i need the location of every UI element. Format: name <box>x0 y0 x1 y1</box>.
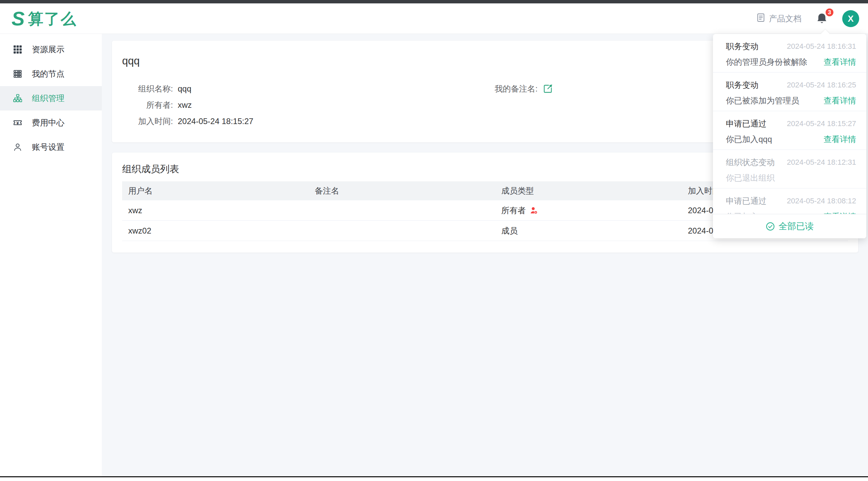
notification-time: 2024-05-24 18:16:25 <box>787 81 856 89</box>
org-owner-value: xwz <box>178 100 192 110</box>
col-remark: 备注名 <box>309 185 495 196</box>
svg-text:¥: ¥ <box>16 121 19 125</box>
notification-title: 职务变动 <box>726 80 758 91</box>
bottom-edge-line <box>0 476 868 477</box>
my-remark-label: 我的备注名: <box>488 83 538 94</box>
org-owner-label: 所有者: <box>122 100 173 111</box>
notification-count-badge: 3 <box>825 8 834 17</box>
edit-remark-button[interactable] <box>543 84 553 94</box>
notification-time: 2024-05-24 18:16:31 <box>787 42 856 51</box>
view-details-link[interactable]: 查看详情 <box>824 57 856 67</box>
notification-title: 职务变动 <box>726 41 758 52</box>
org-title: qqq <box>122 55 140 67</box>
cell-username: xwz02 <box>122 226 309 236</box>
person-icon <box>13 142 22 152</box>
header-actions: 产品文档 3 X <box>756 3 859 34</box>
sidebar-item-label: 我的节点 <box>32 68 64 79</box>
logo-s-glyph: S <box>12 9 25 28</box>
notification-item: 职务变动 2024-05-24 18:16:31 你的管理员身份被解除 查看详情 <box>713 34 866 73</box>
sidebar-item-resources[interactable]: 资源展示 <box>0 37 102 62</box>
org-name-row: 组织名称: qqq <box>122 84 253 94</box>
logo-wordmark: 算了么 <box>28 11 77 26</box>
org-join-time-row: 加入时间: 2024-05-24 18:15:27 <box>122 117 253 126</box>
user-avatar[interactable]: X <box>842 10 859 27</box>
notification-item: 职务变动 2024-05-24 18:16:25 你已被添加为管理员 查看详情 <box>713 73 866 111</box>
member-type-text: 所有者 <box>501 205 526 216</box>
billing-ticket-icon: ¥ <box>13 118 22 127</box>
notification-body: 你已退出组织 <box>726 173 775 183</box>
org-name-value: qqq <box>178 84 191 94</box>
sidebar-item-nodes[interactable]: 我的节点 <box>0 62 102 86</box>
notification-item-read: 组织状态变动 2024-05-24 18:12:31 你已退出组织 <box>713 150 866 188</box>
sidebar-item-label: 组织管理 <box>32 93 64 104</box>
sidebar-item-billing[interactable]: ¥ 费用中心 <box>0 111 102 135</box>
edit-pencil-icon <box>543 84 553 94</box>
notification-list: 职务变动 2024-05-24 18:16:31 你的管理员身份被解除 查看详情… <box>713 34 866 238</box>
view-details-link[interactable]: 查看详情 <box>824 95 856 106</box>
sidebar-item-org-management[interactable]: 组织管理 <box>0 86 102 111</box>
owner-icon <box>530 206 538 215</box>
server-icon <box>13 69 22 79</box>
cell-member-type: 所有者 <box>495 205 682 216</box>
app-logo: S 算了么 <box>12 3 77 34</box>
document-icon <box>756 13 766 24</box>
top-header: S 算了么 产品文档 3 X <box>0 3 868 34</box>
sidebar-item-label: 费用中心 <box>32 117 64 128</box>
notification-time: 2024-05-24 18:08:12 <box>787 197 856 205</box>
org-name-label: 组织名称: <box>122 83 173 94</box>
org-chart-icon <box>13 94 22 103</box>
sidebar-item-label: 资源展示 <box>32 44 64 55</box>
col-member-type: 成员类型 <box>495 185 682 196</box>
view-details-link[interactable]: 查看详情 <box>824 134 856 145</box>
grid-icon <box>13 45 22 54</box>
notification-body: 你已被添加为管理员 <box>726 95 799 106</box>
sidebar-item-label: 账号设置 <box>32 142 64 153</box>
browser-edge-strip <box>0 0 868 3</box>
org-fields: 组织名称: qqq 所有者: xwz 加入时间: 2024-05-24 18:1… <box>122 84 253 126</box>
org-join-time-label: 加入时间: <box>122 116 173 127</box>
my-remark-row: 我的备注名: <box>488 84 553 94</box>
notification-body: 你的管理员身份被解除 <box>726 57 807 67</box>
notification-time: 2024-05-24 18:12:31 <box>787 158 856 167</box>
notification-body: 你已加入qqq <box>726 134 772 145</box>
mark-all-read-label: 全部已读 <box>778 220 814 232</box>
notification-dropdown: 职务变动 2024-05-24 18:16:31 你的管理员身份被解除 查看详情… <box>713 34 866 238</box>
member-type-text: 成员 <box>501 225 518 236</box>
notification-bell-button[interactable]: 3 <box>814 11 829 27</box>
mark-all-read-button[interactable]: 全部已读 <box>713 214 866 238</box>
notification-title: 申请已通过 <box>726 118 767 129</box>
notification-title: 组织状态变动 <box>726 157 775 168</box>
members-title: 组织成员列表 <box>122 163 179 176</box>
notification-time: 2024-05-24 18:15:27 <box>787 119 856 128</box>
col-username: 用户名 <box>122 185 309 196</box>
product-docs-link[interactable]: 产品文档 <box>756 13 802 24</box>
org-owner-row: 所有者: xwz <box>122 100 253 110</box>
org-join-time-value: 2024-05-24 18:15:27 <box>178 117 253 126</box>
app-window: S 算了么 产品文档 3 X <box>0 0 868 481</box>
cell-member-type: 成员 <box>495 225 682 236</box>
notification-item: 申请已通过 2024-05-24 18:15:27 你已加入qqq 查看详情 <box>713 111 866 150</box>
check-circle-icon <box>766 222 775 231</box>
cell-username: xwz <box>122 206 309 215</box>
sidebar-item-account[interactable]: 账号设置 <box>0 135 102 159</box>
notification-title: 申请已通过 <box>726 196 767 206</box>
product-docs-label: 产品文档 <box>769 13 802 24</box>
sidebar-nav: 资源展示 我的节点 组织管理 <box>0 34 102 476</box>
